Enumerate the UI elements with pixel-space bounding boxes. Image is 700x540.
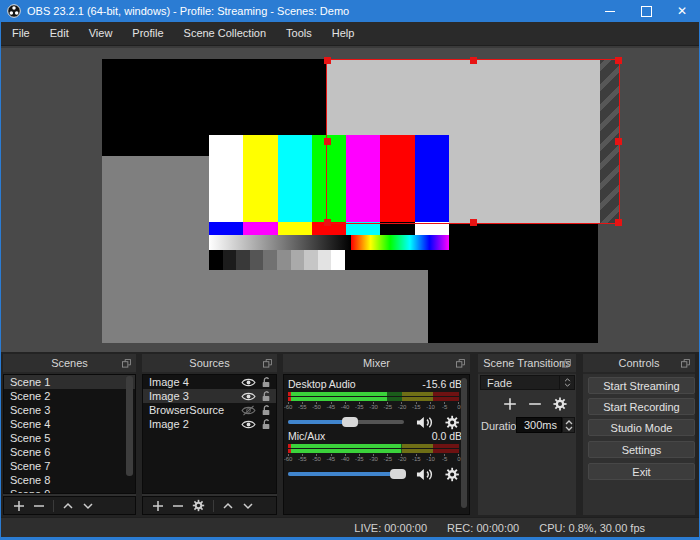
speaker-icon[interactable] [416, 415, 434, 430]
title-bar: OBS 23.2.1 (64-bit, windows) - Profile: … [0, 0, 700, 22]
selection-handle-top-left[interactable] [324, 57, 331, 64]
minimize-button[interactable] [592, 0, 628, 22]
menu-view[interactable]: View [79, 22, 123, 45]
add-scene-button[interactable] [13, 500, 25, 512]
selection-handle-top-right[interactable] [615, 57, 622, 64]
start-streaming-button[interactable]: Start Streaming [588, 377, 695, 394]
menu-help[interactable]: Help [322, 22, 365, 45]
move-source-down-button[interactable] [242, 500, 254, 512]
menu-tools[interactable]: Tools [276, 22, 322, 45]
dock-icon[interactable] [263, 359, 272, 368]
transition-properties-gear-icon[interactable] [553, 397, 567, 411]
status-bar: LIVE: 00:00:00 REC: 00:00:00 CPU: 0.8%, … [0, 517, 700, 537]
mixer-scrollbar[interactable] [461, 378, 467, 508]
menu-edit[interactable]: Edit [40, 22, 79, 45]
scene-list-item[interactable]: Scene 2 [4, 389, 135, 403]
controls-panel: Controls Start Streaming Start Recording… [583, 354, 695, 515]
volume-slider-handle[interactable] [390, 469, 406, 479]
selection-handle-bottom-center[interactable] [470, 219, 477, 226]
close-icon: ✕ [677, 5, 687, 17]
transition-select[interactable]: Fade [480, 375, 575, 390]
scene-list-item[interactable]: Scene 5 [4, 431, 135, 445]
dock-icon[interactable] [681, 359, 690, 368]
scene-list-item[interactable]: Scene 1 [4, 375, 135, 389]
scenes-toolbar [3, 496, 136, 515]
settings-button[interactable]: Settings [588, 441, 695, 458]
exit-button[interactable]: Exit [588, 463, 695, 480]
menu-profile[interactable]: Profile [122, 22, 173, 45]
unlock-icon[interactable] [261, 376, 271, 388]
scenes-header: Scenes [3, 354, 136, 374]
speaker-icon[interactable] [416, 467, 434, 482]
selection-handle-bottom-right[interactable] [615, 219, 622, 226]
selection-handle-mid-right[interactable] [615, 138, 622, 145]
transition-select-spinner[interactable] [559, 376, 574, 389]
source-list-item[interactable]: Image 4 [143, 375, 276, 389]
rec-time: REC: 00:00:00 [447, 522, 519, 534]
volume-slider[interactable] [288, 420, 404, 424]
duration-spinner[interactable] [562, 417, 575, 433]
transition-toolbar [478, 396, 576, 412]
channel-settings-gear-icon[interactable] [445, 415, 459, 430]
remove-scene-button[interactable] [33, 500, 45, 512]
move-scene-down-button[interactable] [82, 500, 94, 512]
source-black-rect-bottom[interactable] [428, 224, 598, 343]
unlock-icon[interactable] [261, 390, 271, 402]
move-source-up-button[interactable] [222, 500, 234, 512]
source-list-item[interactable]: Image 2 [143, 417, 276, 431]
visibility-eye-off-icon[interactable] [241, 405, 256, 416]
scene-transitions-header: Scene Transitions [478, 354, 576, 374]
dock-icon[interactable] [562, 359, 571, 368]
move-scene-up-button[interactable] [62, 500, 74, 512]
channel-settings-gear-icon[interactable] [445, 467, 459, 482]
remove-source-button[interactable] [172, 500, 184, 512]
unlock-icon[interactable] [261, 418, 271, 430]
visibility-eye-icon[interactable] [241, 377, 256, 388]
dock-icon[interactable] [456, 359, 465, 368]
unlock-icon[interactable] [261, 404, 271, 416]
scene-list-item[interactable]: Scene 8 [4, 473, 135, 487]
scene-list-item[interactable]: Scene 9 [4, 487, 135, 494]
add-transition-button[interactable] [503, 397, 517, 411]
selection-handle-bottom-left[interactable] [324, 219, 331, 226]
scene-list-item[interactable]: Scene 3 [4, 403, 135, 417]
start-recording-button[interactable]: Start Recording [588, 398, 695, 415]
remove-transition-button[interactable] [528, 397, 542, 411]
studio-mode-button[interactable]: Studio Mode [588, 419, 695, 436]
grayscale-ramp [209, 235, 351, 250]
visibility-eye-icon[interactable] [241, 391, 256, 402]
menu-file[interactable]: File [2, 22, 40, 45]
sources-title: Sources [189, 357, 229, 369]
volume-slider[interactable] [288, 472, 404, 476]
meter-peak-indicator [288, 444, 291, 448]
color-bars-gradients [209, 235, 449, 250]
scene-list-item[interactable]: Scene 7 [4, 459, 135, 473]
dock-icon[interactable] [122, 359, 131, 368]
channel-level-db: 0.0 dB [432, 430, 462, 442]
chevron-up-icon [564, 378, 571, 382]
close-button[interactable]: ✕ [664, 0, 700, 22]
color-bars-steps [209, 250, 449, 270]
mixer-body: Desktop Audio -15.6 dB -60-55-50-45-40-3… [283, 374, 470, 515]
selection-handle-mid-left[interactable] [324, 138, 331, 145]
preview-canvas[interactable] [1, 46, 699, 352]
channel-level-db: -15.6 dB [422, 378, 462, 390]
visibility-eye-icon[interactable] [241, 419, 256, 430]
source-list-item[interactable]: Image 3 [143, 389, 276, 403]
volume-slider-handle[interactable] [342, 417, 358, 427]
maximize-button[interactable] [628, 0, 664, 22]
scene-list-item[interactable]: Scene 4 [4, 417, 135, 431]
scene-list-item[interactable]: Scene 6 [4, 445, 135, 459]
selection-handle-top-center[interactable] [470, 57, 477, 64]
source-list-item[interactable]: BrowserSource [143, 403, 276, 417]
duration-input[interactable]: 300ms [516, 417, 562, 433]
scenes-list: Scene 1 Scene 2 Scene 3 Scene 4 Scene 5 … [3, 374, 136, 494]
duration-value: 300ms [524, 419, 557, 431]
sources-panel: Sources Image 4 Image 3 BrowserSource [142, 354, 277, 515]
menu-scene-collection[interactable]: Scene Collection [174, 22, 277, 45]
sources-header: Sources [142, 354, 277, 374]
mixer-header: Mixer [283, 354, 470, 374]
add-source-button[interactable] [152, 500, 164, 512]
source-properties-gear-icon[interactable] [192, 499, 205, 512]
scenes-scrollbar[interactable] [126, 376, 133, 476]
